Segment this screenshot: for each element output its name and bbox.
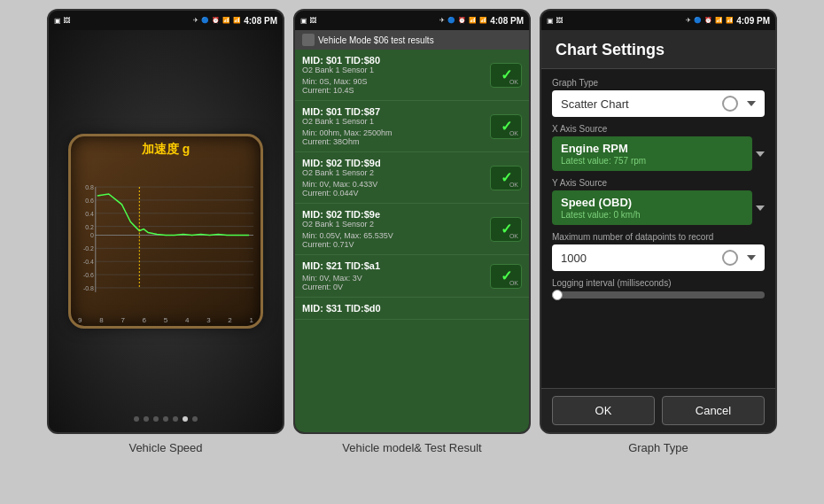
svg-text:0.6: 0.6	[85, 198, 94, 204]
ok-text-2: OK	[509, 182, 518, 188]
status-icons-left-1: ▣ 🖼	[54, 17, 70, 25]
x-axis-labels: 9 8 7 6 5 4 3 2 1	[78, 314, 253, 326]
svg-text:-0.4: -0.4	[83, 259, 94, 265]
time-3: 4:09 PM	[736, 16, 770, 26]
graph-type-value: Scatter Chart	[561, 97, 629, 111]
test-item-title-4: MID: $21 TID:$a1	[302, 260, 481, 271]
settings-header: Chart Settings	[541, 30, 775, 69]
test-item-detail-1: Min: 00hm, Max: 2500hmCurrent: 38Ohm	[302, 128, 481, 146]
ok-badge-2: ✓ OK	[490, 166, 522, 190]
dot-2[interactable]	[144, 416, 149, 422]
settings-title: Chart Settings	[556, 41, 761, 59]
dot-3[interactable]	[153, 416, 159, 422]
max-datapoints-radio[interactable]	[722, 250, 738, 266]
chart-area: 0.8 0.6 0.4 0.2 0 -0.2 -0.4 -0.6 -0.8	[78, 159, 253, 311]
test-item-3: MID: $02 TID:$9e O2 Bank 1 Sensor 2 Min:…	[295, 204, 529, 255]
test-item-sub-3: O2 Bank 1 Sensor 2	[302, 220, 481, 229]
graph-type-dropdown[interactable]: Scatter Chart	[552, 90, 765, 117]
test-item-4: MID: $21 TID:$a1 Min: 0V, Max: 3VCurrent…	[295, 255, 529, 298]
y-axis-arrow-icon	[756, 205, 765, 211]
graph-type-radio[interactable]	[722, 96, 738, 112]
ok-badge-1: ✓ OK	[490, 114, 522, 139]
test-item-title-1: MID: $01 TID:$87	[302, 106, 481, 117]
max-datapoints-section: Maximum number of datapoints to record 1…	[552, 232, 765, 271]
test-item-title-0: MID: $01 TID:$80	[302, 55, 481, 66]
test-item-1: MID: $01 TID:$87 O2 Bank 1 Sensor 1 Min:…	[295, 101, 529, 152]
gauge-title: 加速度 g	[71, 136, 260, 159]
status-icons-right-2: ✈ 🔵 ⏰ 📶 📶 4:08 PM	[439, 16, 524, 26]
x-axis-sub: Latest value: 757 rpm	[561, 156, 743, 166]
status-icons-right-1: ✈ 🔵 ⏰ 📶 📶 4:08 PM	[193, 16, 277, 26]
phone-frame-2: ▣ 🖼 ✈ 🔵 ⏰ 📶 📶 4:08 PM Vehicle Mode $06 t…	[293, 9, 531, 434]
log-interval-slider[interactable]	[552, 291, 765, 299]
status-bar-1: ▣ 🖼 ✈ 🔵 ⏰ 📶 📶 4:08 PM	[49, 11, 283, 30]
graph-type-section: Graph Type Scatter Chart	[552, 78, 765, 117]
x-axis-dropdown[interactable]: Engine RPM Latest value: 757 rpm	[552, 136, 752, 171]
test-item-title-3: MID: $02 TID:$9e	[302, 209, 481, 220]
ok-button[interactable]: OK	[552, 396, 655, 425]
screen3-wrapper: ▣ 🖼 ✈ 🔵 ⏰ 📶 📶 4:09 PM Chart Settings	[540, 9, 777, 454]
test-item-detail-2: Min: 0V, Max: 0.433VCurrent: 0.044V	[302, 180, 481, 198]
status-bar-3: ▣ 🖼 ✈ 🔵 ⏰ 📶 📶 4:09 PM	[541, 11, 775, 30]
chart-svg: 0.8 0.6 0.4 0.2 0 -0.2 -0.4 -0.6 -0.8	[78, 159, 253, 311]
test-item-title-2: MID: $02 TID:$9d	[302, 158, 481, 168]
dot-6[interactable]	[183, 416, 188, 422]
screen1-wrapper: ▣ 🖼 ✈ 🔵 ⏰ 📶 📶 4:08 PM 加速度 g	[47, 9, 284, 454]
ok-text-1: OK	[509, 130, 518, 136]
svg-text:0: 0	[90, 232, 94, 238]
graph-type-controls	[722, 96, 756, 112]
test-item-detail-4: Min: 0V, Max: 3VCurrent: 0V	[302, 274, 481, 291]
svg-text:-0.2: -0.2	[83, 245, 94, 252]
phone-frame-1: ▣ 🖼 ✈ 🔵 ⏰ 📶 📶 4:08 PM 加速度 g	[47, 9, 284, 434]
dot-1[interactable]	[134, 416, 139, 422]
settings-body: Graph Type Scatter Chart X Axis Source	[541, 69, 775, 388]
max-datapoints-value: 1000	[561, 252, 587, 265]
test-item-sub-0: O2 Bank 1 Sensor 1	[302, 66, 481, 74]
gauge-container: 加速度 g	[68, 134, 263, 329]
status-bar-2: ▣ 🖼 ✈ 🔵 ⏰ 📶 📶 4:08 PM	[295, 11, 529, 30]
screen1-content: 加速度 g	[49, 30, 283, 432]
ok-badge-0: ✓ OK	[490, 63, 522, 88]
x-axis-section: X Axis Source Engine RPM Latest value: 7…	[552, 124, 765, 171]
phone-frame-3: ▣ 🖼 ✈ 🔵 ⏰ 📶 📶 4:09 PM Chart Settings	[540, 9, 777, 434]
test-item-sub-1: O2 Bank 1 Sensor 1	[302, 117, 481, 126]
y-axis-section: Y Axis Source Speed (OBD) Latest value: …	[552, 178, 765, 225]
cancel-button[interactable]: Cancel	[662, 396, 765, 425]
svg-text:0.4: 0.4	[85, 211, 94, 217]
max-datapoints-arrow-icon	[747, 255, 756, 260]
y-axis-label: Y Axis Source	[552, 178, 765, 188]
dot-4[interactable]	[163, 416, 168, 422]
status-icons-right-3: ✈ 🔵 ⏰ 📶 📶 4:09 PM	[686, 16, 770, 26]
y-axis-sub: Latest value: 0 km/h	[561, 210, 743, 220]
y-axis-value: Speed (OBD)	[561, 196, 743, 209]
graph-type-arrow-icon	[747, 101, 756, 106]
max-datapoints-label: Maximum number of datapoints to record	[552, 232, 765, 242]
time-1: 4:08 PM	[244, 16, 277, 26]
y-axis-wrapper: Speed (OBD) Latest value: 0 km/h	[552, 190, 765, 225]
graph-type-label: Graph Type	[552, 78, 765, 88]
test-item-2: MID: $02 TID:$9d O2 Bank 1 Sensor 2 Min:…	[295, 152, 529, 204]
screen1-caption: Vehicle Speed	[128, 441, 202, 454]
max-datapoints-dropdown[interactable]: 1000	[552, 244, 765, 271]
y-axis-dropdown[interactable]: Speed (OBD) Latest value: 0 km/h	[552, 190, 752, 225]
test-item-0: MID: $01 TID:$80 O2 Bank 1 Sensor 1 Min:…	[295, 50, 529, 101]
test-item-detail-0: Min: 0S, Max: 90SCurrent: 10.4S	[302, 77, 481, 95]
max-datapoints-controls	[722, 250, 756, 266]
svg-text:-0.6: -0.6	[83, 272, 94, 278]
svg-text:0.8: 0.8	[85, 184, 94, 190]
x-axis-value: Engine RPM	[561, 142, 743, 155]
dots-indicator	[49, 416, 283, 422]
header-title: Vehicle Mode $06 test results	[318, 35, 434, 45]
test-item-detail-3: Min: 0.05V, Max: 65.535VCurrent: 0.71V	[302, 231, 481, 249]
screen3-caption: Graph Type	[628, 441, 688, 454]
ok-badge-4: ✓ OK	[490, 264, 522, 289]
x-axis-label: X Axis Source	[552, 124, 765, 134]
dot-7[interactable]	[192, 416, 198, 422]
svg-text:-0.8: -0.8	[83, 285, 94, 291]
settings-footer: OK Cancel	[541, 388, 775, 432]
test-item-5: MID: $31 TID:$d0	[295, 298, 529, 320]
dot-5[interactable]	[173, 416, 178, 422]
test-item-sub-2: O2 Bank 1 Sensor 2	[302, 168, 481, 177]
slider-handle[interactable]	[552, 290, 563, 300]
test-item-title-5: MID: $31 TID:$d0	[302, 303, 522, 314]
